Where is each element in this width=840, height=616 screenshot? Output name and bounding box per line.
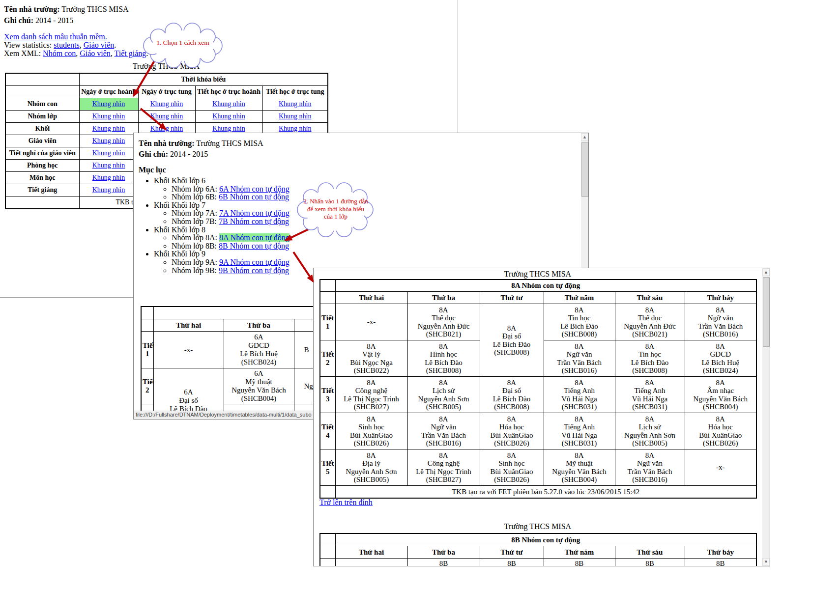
timetable-cell: 8B	[685, 559, 756, 567]
timetable-cell: 8A Hình học Lê Bích Đào (SHCB008)	[407, 340, 480, 377]
soft-conflicts-link[interactable]: Xem danh sách mâu thuẫn mềm.	[4, 32, 107, 41]
day-header: Thứ hai	[153, 319, 224, 332]
subgroup-6b-link[interactable]: 6B Nhóm con tự động	[219, 193, 289, 201]
table-corner	[320, 292, 335, 304]
vertical-scrollbar[interactable]: ▲ ▼	[762, 268, 770, 566]
khung-nhin-link[interactable]: Khung nhìn	[279, 100, 312, 108]
matrix-row-header: Nhóm lớp	[5, 111, 79, 123]
timetable-cell: 8B	[615, 559, 685, 567]
day-header: Thứ tư	[480, 546, 544, 559]
khung-nhin-link[interactable]: Khung nhìn	[212, 112, 245, 120]
table-name-header: 8B Nhóm con tự động	[335, 533, 756, 546]
matrix-row-header: Môn học	[5, 172, 79, 184]
timetable-title: Trường THCS MISA	[319, 270, 756, 279]
toc-group: Khối Khối lớp 9 Nhóm lớp 9A: 9A Nhóm con…	[154, 250, 290, 275]
matrix-corner	[5, 86, 79, 98]
note-line: Ghi chú: 2014 - 2015	[4, 16, 73, 25]
khung-nhin-link[interactable]: Khung nhìn	[150, 112, 183, 120]
matrix-row-header: Phòng học	[5, 160, 79, 172]
timetable-cell: 6A Mỹ thuật Nguyễn Văn Bách (SHCB004)	[224, 368, 294, 404]
timetable-cell: 8A Sinh học Bùi XuânGiao (SHCB026)	[480, 449, 544, 486]
khung-nhin-link[interactable]: Khung nhìn	[92, 100, 125, 108]
day-header: Thứ hai	[335, 546, 407, 559]
note-line: Ghi chú: 2014 - 2015	[139, 150, 208, 159]
khung-nhin-link[interactable]: Khung nhìn	[92, 137, 125, 144]
xml-teachers-link[interactable]: Giáo viên	[80, 49, 111, 57]
timetable-8a: 8A Nhóm con tự động Thứ hai Thứ ba Thứ t…	[319, 279, 757, 499]
khung-nhin-link[interactable]: Khung nhìn	[92, 174, 125, 181]
khung-nhin-link[interactable]: Khung nhìn	[92, 186, 125, 194]
xml-prefix: Xem XML:	[4, 49, 43, 57]
teachers-stats-link[interactable]: Giáo viên	[84, 41, 115, 49]
khung-nhin-link[interactable]: Khung nhìn	[92, 149, 125, 157]
period-label: Tiết 2	[320, 340, 335, 377]
timetable-cell: 6A GDCD Lê Bích Huệ (SHCB024)	[224, 332, 294, 368]
day-header: Thứ ba	[224, 319, 294, 332]
khung-nhin-link[interactable]: Khung nhìn	[279, 112, 312, 120]
timetable-cell: 8A Ngữ văn Trần Văn Bách (SHCB016)	[544, 340, 615, 377]
timetable-cell: 8A Tiếng Anh Vũ Hải Nga (SHCB031)	[615, 377, 685, 413]
timetable-cell: 8A Âm nhạc Nguyễn Văn Bách (SHCB004)	[685, 377, 756, 413]
matrix-row-header: Khối	[5, 123, 79, 135]
table-footer: TKB tạo ra với FET phiên bản 5.27.0 vào …	[335, 486, 756, 499]
back-to-top-link[interactable]: Trở lên trên đỉnh	[319, 498, 373, 506]
timetable-cell: 6A Đại số Lê Bích Đào (SHCB008)	[153, 368, 224, 412]
timetable-cell: -x-	[685, 449, 756, 486]
toc-item: Nhóm lớp 7A: 7A Nhóm con tự động	[172, 209, 290, 218]
table-corner	[141, 319, 153, 332]
day-header: Thứ tư	[480, 292, 544, 304]
khung-nhin-link[interactable]: Khung nhìn	[92, 162, 125, 169]
timetable-cell: 8A Lịch sử Nguyễn Anh Sơn (SHCB005)	[407, 377, 480, 413]
khung-nhin-link[interactable]: Khung nhìn	[150, 100, 183, 108]
timetable-cell: 8A Lịch sử Nguyễn Anh Sơn (SHCB005)	[615, 413, 685, 449]
khung-nhin-link[interactable]: Khung nhìn	[212, 100, 245, 108]
day-header: Thứ hai	[335, 292, 407, 304]
toc-title: Mục lục	[139, 166, 166, 174]
timetable-cell: 8A Công nghệ Lê Thị Ngọc Trinh (SHCB027)	[407, 449, 480, 486]
period-label: Tiết 5	[320, 449, 335, 486]
timetable-cell: 8A GDCD Lê Bích Huệ (SHCB024)	[685, 340, 756, 377]
khung-nhin-link[interactable]: Khung nhìn	[92, 112, 125, 120]
timetable-8b-partial: 8B Nhóm con tự động Thứ hai Thứ ba Thứ t…	[319, 533, 757, 566]
subgroup-7b-link[interactable]: 7B Nhóm con tự động	[219, 217, 289, 225]
matrix-col-header: Ngày ở trục tung	[138, 86, 195, 98]
subgroup-9a-link[interactable]: 9A Nhóm con tự động	[219, 258, 290, 266]
period-label: Tiết 1	[141, 332, 153, 368]
khung-nhin-link[interactable]: Khung nhìn	[279, 125, 312, 132]
xml-subgroups-link[interactable]: Nhóm con	[43, 49, 76, 57]
browser-window-timetable-8a: Trường THCS MISA 8A Nhóm con tự động Thứ…	[313, 268, 770, 566]
khung-nhin-link[interactable]: Khung nhìn	[92, 125, 125, 132]
khung-nhin-link[interactable]: Khung nhìn	[212, 125, 245, 132]
students-stats-link[interactable]: students	[54, 41, 79, 49]
matrix-row-header: Nhóm con	[5, 98, 79, 111]
subgroup-8b-link[interactable]: 8B Nhóm con tự động	[219, 242, 289, 250]
matrix-col-header: Ngày ở trục hoành	[79, 86, 138, 98]
period-label: Tiết 1	[320, 304, 335, 340]
day-header: Thứ bảy	[685, 546, 756, 559]
scrollbar-thumb[interactable]	[763, 277, 770, 347]
timetable-cell: 8B	[544, 559, 615, 567]
day-header: Thứ bảy	[685, 292, 756, 304]
timetable-cell: 8A Tin học Lê Bích Đào (SHCB008)	[615, 340, 685, 377]
timetable-cell: 8A Vật lý Bùi Ngọc Nga (SHCB022)	[335, 340, 407, 377]
scroll-down-button[interactable]: ▼	[762, 558, 770, 566]
note-value: 2014 - 2015	[35, 16, 73, 25]
subgroup-6a-link[interactable]: 6A Nhóm con tự động	[219, 185, 290, 193]
xml-activities-link[interactable]: Tiết giảng	[115, 49, 146, 57]
scroll-up-button[interactable]: ▲	[581, 133, 588, 141]
toc: Khối Khối lớp 6 Nhóm lớp 6A: 6A Nhóm con…	[139, 177, 290, 275]
scroll-up-button[interactable]: ▲	[762, 268, 770, 276]
subgroup-9b-link[interactable]: 9B Nhóm con tự động	[219, 266, 289, 275]
scrollbar-thumb[interactable]	[581, 142, 588, 197]
timetable-cell: 8A Địa lý Nguyễn Anh Sơn (SHCB005)	[335, 449, 407, 486]
day-header: Thứ sáu	[615, 292, 685, 304]
subgroup-8a-link-highlighted[interactable]: 8A Nhóm con tự động	[219, 233, 290, 242]
toc-item: Nhóm lớp 8B: 8B Nhóm con tự động	[172, 242, 290, 251]
khung-nhin-link[interactable]: Khung nhìn	[150, 125, 183, 132]
timetable-cell: -x-	[153, 332, 224, 368]
timetable-cell: 8A Đại số Lê Bích Đào (SHCB008)	[480, 377, 544, 413]
subgroup-7a-link[interactable]: 7A Nhóm con tự động	[219, 209, 290, 217]
matrix-col-header: Tiết học ở trục tung	[262, 86, 328, 98]
matrix-corner	[5, 196, 79, 209]
toc-group: Khối Khối lớp 7 Nhóm lớp 7A: 7A Nhóm con…	[154, 201, 290, 226]
